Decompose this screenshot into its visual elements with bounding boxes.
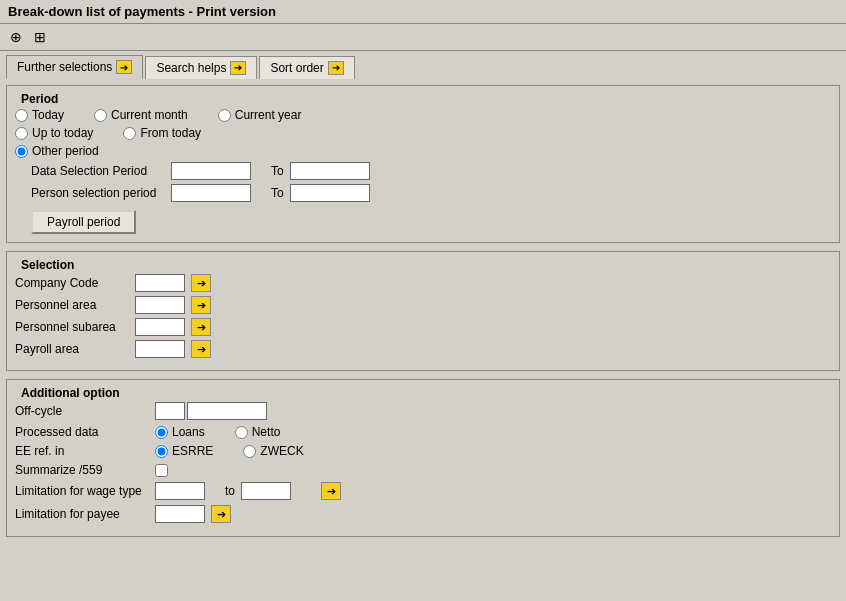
radio-esrre[interactable] [155, 445, 168, 458]
off-cycle-label: Off-cycle [15, 404, 155, 418]
radio-current-month-item: Current month [94, 108, 188, 122]
selection-section-title: Selection [15, 256, 831, 274]
limitation-payee-input[interactable] [155, 505, 205, 523]
ee-ref-row: EE ref. in ESRRE ZWECK [15, 444, 831, 458]
forward-icon[interactable]: ⊞ [30, 27, 50, 47]
radio-loans[interactable] [155, 426, 168, 439]
company-code-arrow-btn[interactable]: ➔ [191, 274, 211, 292]
radio-today[interactable] [15, 109, 28, 122]
personnel-subarea-input[interactable] [135, 318, 185, 336]
personnel-area-row: Personnel area ➔ [15, 296, 831, 314]
personnel-area-label: Personnel area [15, 298, 135, 312]
radio-netto[interactable] [235, 426, 248, 439]
limitation-wage-to-input[interactable] [241, 482, 291, 500]
period-section-title: Period [15, 90, 831, 108]
tab-sort-order-label: Sort order [270, 61, 323, 75]
company-code-row: Company Code ➔ [15, 274, 831, 292]
period-row-2: Up to today From today [15, 126, 831, 140]
personnel-subarea-label: Personnel subarea [15, 320, 135, 334]
page-title: Break-down list of payments - Print vers… [8, 4, 276, 19]
selection-section: Selection Company Code ➔ Personnel area … [6, 251, 840, 371]
radio-esrre-item: ESRRE [155, 444, 213, 458]
limitation-wage-to-label: to [225, 484, 235, 498]
additional-option-title: Additional option [15, 384, 831, 402]
limitation-payee-label: Limitation for payee [15, 507, 155, 521]
radio-today-item: Today [15, 108, 64, 122]
radio-up-to-today[interactable] [15, 127, 28, 140]
additional-option-section: Additional option Off-cycle Processed da… [6, 379, 840, 537]
limitation-wage-input[interactable] [155, 482, 205, 500]
tab-search-helps[interactable]: Search helps ➔ [145, 56, 257, 79]
payroll-area-row: Payroll area ➔ [15, 340, 831, 358]
radio-current-year-item: Current year [218, 108, 302, 122]
radio-other-period-label: Other period [32, 144, 99, 158]
tab-further-selections-label: Further selections [17, 60, 112, 74]
period-row-1: Today Current month Current year [15, 108, 831, 122]
processed-data-label: Processed data [15, 425, 155, 439]
main-content: Period Today Current month Current year [0, 79, 846, 551]
data-selection-period-input[interactable] [171, 162, 251, 180]
radio-current-year-label: Current year [235, 108, 302, 122]
personnel-area-arrow-btn[interactable]: ➔ [191, 296, 211, 314]
person-selection-period-input[interactable] [171, 184, 251, 202]
summarize-row: Summarize /559 [15, 463, 831, 477]
personnel-subarea-arrow-btn[interactable]: ➔ [191, 318, 211, 336]
radio-up-to-today-item: Up to today [15, 126, 93, 140]
radio-zweck-label: ZWECK [260, 444, 303, 458]
period-row-3: Other period [15, 144, 831, 158]
limitation-wage-arrow-btn[interactable]: ➔ [321, 482, 341, 500]
payroll-area-input[interactable] [135, 340, 185, 358]
radio-other-period[interactable] [15, 145, 28, 158]
summarize-checkbox[interactable] [155, 464, 168, 477]
radio-up-to-today-label: Up to today [32, 126, 93, 140]
period-section: Period Today Current month Current year [6, 85, 840, 243]
radio-esrre-label: ESRRE [172, 444, 213, 458]
off-cycle-input1[interactable] [155, 402, 185, 420]
radio-loans-item: Loans [155, 425, 205, 439]
summarize-label: Summarize /559 [15, 463, 155, 477]
limitation-wage-row: Limitation for wage type to ➔ [15, 482, 831, 500]
data-selection-period-label: Data Selection Period [31, 164, 171, 178]
radio-current-year[interactable] [218, 109, 231, 122]
radio-from-today-label: From today [140, 126, 201, 140]
tab-search-helps-arrow: ➔ [230, 61, 246, 75]
radio-zweck-item: ZWECK [243, 444, 303, 458]
person-selection-period-to-input[interactable] [290, 184, 370, 202]
tabs-bar: Further selections ➔ Search helps ➔ Sort… [0, 51, 846, 79]
tab-search-helps-label: Search helps [156, 61, 226, 75]
limitation-payee-row: Limitation for payee ➔ [15, 505, 831, 523]
back-icon[interactable]: ⊕ [6, 27, 26, 47]
off-cycle-input2[interactable] [187, 402, 267, 420]
tab-further-selections[interactable]: Further selections ➔ [6, 55, 143, 79]
person-selection-period-row: Person selection period To [15, 184, 831, 202]
payroll-period-row: Payroll period [15, 206, 831, 234]
radio-from-today-item: From today [123, 126, 201, 140]
personnel-subarea-row: Personnel subarea ➔ [15, 318, 831, 336]
radio-today-label: Today [32, 108, 64, 122]
radio-zweck[interactable] [243, 445, 256, 458]
limitation-payee-arrow-btn[interactable]: ➔ [211, 505, 231, 523]
payroll-area-arrow-btn[interactable]: ➔ [191, 340, 211, 358]
personnel-area-input[interactable] [135, 296, 185, 314]
person-selection-period-label: Person selection period [31, 186, 171, 200]
radio-current-month-label: Current month [111, 108, 188, 122]
radio-netto-item: Netto [235, 425, 281, 439]
radio-current-month[interactable] [94, 109, 107, 122]
limitation-wage-label: Limitation for wage type [15, 484, 155, 498]
payroll-period-button[interactable]: Payroll period [31, 210, 136, 234]
off-cycle-row: Off-cycle [15, 402, 831, 420]
tab-further-selections-arrow: ➔ [116, 60, 132, 74]
processed-data-row: Processed data Loans Netto [15, 425, 831, 439]
toolbar: ⊕ ⊞ [0, 24, 846, 51]
data-selection-period-row: Data Selection Period To [15, 162, 831, 180]
data-selection-period-to-input[interactable] [290, 162, 370, 180]
radio-loans-label: Loans [172, 425, 205, 439]
tab-sort-order-arrow: ➔ [328, 61, 344, 75]
radio-netto-label: Netto [252, 425, 281, 439]
data-selection-to-label: To [271, 164, 284, 178]
tab-sort-order[interactable]: Sort order ➔ [259, 56, 354, 79]
payroll-area-label: Payroll area [15, 342, 135, 356]
company-code-input[interactable] [135, 274, 185, 292]
radio-from-today[interactable] [123, 127, 136, 140]
person-selection-to-label: To [271, 186, 284, 200]
